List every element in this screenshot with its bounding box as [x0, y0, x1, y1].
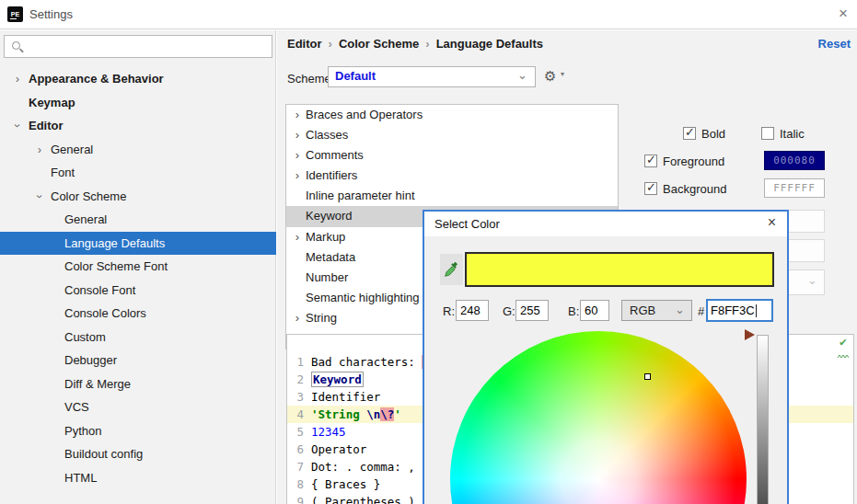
sidebar-item-label: Python: [64, 424, 101, 438]
chevron-right-icon[interactable]: ›: [292, 308, 303, 328]
blue-input[interactable]: [580, 300, 609, 321]
dialog-title: Select Color: [434, 217, 500, 231]
window-close-icon[interactable]: ×: [839, 5, 848, 23]
element-item-label: Braces and Operators: [306, 108, 423, 121]
hash-label: #: [698, 304, 704, 318]
gear-icon[interactable]: ⚙: [544, 68, 556, 85]
chevron-right-icon[interactable]: ›: [12, 67, 23, 91]
scheme-dropdown[interactable]: Default ⌄: [328, 66, 536, 87]
sidebar-item-language-defaults[interactable]: Language Defaults: [0, 232, 276, 256]
breadcrumb-color-scheme[interactable]: Color Scheme: [339, 37, 419, 51]
sidebar-item-label: Diff & Merge: [64, 377, 131, 391]
dialog-close-icon[interactable]: ×: [768, 214, 776, 231]
sidebar-item-debugger[interactable]: Debugger: [0, 349, 276, 372]
sidebar-item-label: Appearance & Behavior: [29, 72, 164, 86]
select-color-dialog: Select Color × R: G: B: RGB ⌄ #: [423, 210, 789, 504]
sidebar-item-label: Custom: [64, 330, 106, 344]
chevron-down-icon[interactable]: ›: [6, 120, 29, 132]
sidebar-item-color-scheme[interactable]: ›Color Scheme: [0, 185, 276, 209]
sidebar-item-label: Console Font: [64, 283, 135, 297]
sidebar-item-keymap[interactable]: Keymap: [0, 91, 276, 115]
brightness-slider[interactable]: [757, 335, 769, 504]
hex-input[interactable]: [711, 302, 766, 319]
sidebar-item-label: Color Scheme Font: [64, 259, 168, 273]
sidebar-item-appearance-behavior[interactable]: ›Appearance & Behavior: [0, 67, 276, 91]
sidebar-item-buildout-config[interactable]: Buildout config: [0, 442, 276, 466]
chevron-down-icon: ⌄: [807, 273, 817, 287]
sidebar-item-label: Buildout config: [64, 447, 143, 461]
red-input[interactable]: [456, 300, 489, 321]
selected-color-preview: [465, 252, 774, 287]
gear-dropdown-caret-icon: ▾: [561, 70, 564, 78]
background-checkbox[interactable]: [644, 182, 657, 195]
sidebar-search-box[interactable]: [4, 35, 272, 58]
sidebar-item-general[interactable]: ›General: [0, 138, 276, 162]
breadcrumb-separator: ›: [329, 37, 332, 51]
sidebar-item-label: Color Scheme: [51, 189, 126, 203]
sidebar-item-label: Debugger: [64, 353, 117, 367]
pycharm-edu-logo-icon: PE: [7, 6, 23, 22]
window-titlebar: PE Settings ×: [0, 0, 857, 29]
sidebar-item-vcs[interactable]: VCS: [0, 395, 276, 419]
element-item-label: Metadata: [306, 250, 355, 264]
color-mode-dropdown[interactable]: RGB ⌄: [621, 300, 692, 321]
chevron-right-icon[interactable]: ›: [292, 145, 303, 166]
element-item-label: Inline parameter hint: [306, 189, 415, 202]
element-item-identifiers[interactable]: ›Identifiers: [286, 166, 618, 186]
sidebar-item-label: Keymap: [29, 96, 75, 109]
element-item-comments[interactable]: ›Comments: [286, 145, 618, 166]
breadcrumb-language-defaults: Language Defaults: [436, 37, 543, 51]
reset-link[interactable]: Reset: [818, 37, 851, 51]
eyedropper-button[interactable]: [440, 254, 463, 285]
element-item-braces-and-operators[interactable]: ›Braces and Operators: [286, 105, 618, 125]
sidebar-item-console-font[interactable]: Console Font: [0, 279, 276, 303]
sidebar-item-python[interactable]: Python: [0, 419, 276, 443]
background-label: Background: [663, 182, 726, 196]
bold-checkbox[interactable]: [683, 127, 696, 140]
chevron-down-icon: ⌄: [675, 303, 685, 316]
sidebar-item-html[interactable]: HTML: [0, 466, 276, 490]
search-icon: [12, 41, 20, 50]
breadcrumb: Editor›Color Scheme›Language Defaults: [287, 37, 543, 51]
sidebar-item-color-scheme-font[interactable]: Color Scheme Font: [0, 255, 276, 279]
element-item-label: Keyword: [306, 209, 353, 223]
sidebar-item-console-colors[interactable]: Console Colors: [0, 302, 276, 326]
sidebar-item-color-scheme-general[interactable]: General: [0, 208, 276, 232]
sidebar-item-label: VCS: [64, 400, 89, 414]
breadcrumb-editor[interactable]: Editor: [287, 37, 322, 51]
settings-sidebar: ›Appearance & Behavior Keymap ›Editor ›G…: [0, 30, 276, 504]
red-label: R:: [443, 304, 455, 318]
element-item-inline-parameter-hint[interactable]: Inline parameter hint: [286, 186, 618, 206]
chevron-down-icon[interactable]: ›: [28, 190, 52, 201]
brightness-slider-arrow[interactable]: [745, 329, 755, 340]
chevron-right-icon[interactable]: ›: [34, 138, 45, 162]
background-color-swatch[interactable]: FFFFFF: [764, 178, 825, 198]
foreground-color-swatch[interactable]: 000080: [764, 151, 825, 170]
search-input[interactable]: [27, 37, 268, 56]
color-wheel[interactable]: [450, 331, 747, 504]
window-title: Settings: [29, 7, 73, 21]
sidebar-item-label: Font: [51, 166, 75, 179]
element-item-label: Markup: [306, 230, 345, 244]
element-item-label: Comments: [306, 148, 364, 162]
italic-checkbox[interactable]: [761, 127, 774, 140]
sidebar-item-diff-merge[interactable]: Diff & Merge: [0, 372, 276, 396]
chevron-right-icon[interactable]: ›: [292, 105, 303, 125]
hex-input-wrap: [706, 299, 773, 322]
chevron-right-icon[interactable]: ›: [292, 166, 303, 186]
inspection-ok-icon: ✔: [838, 337, 849, 361]
element-item-label: Number: [306, 270, 348, 284]
foreground-checkbox[interactable]: [644, 155, 657, 167]
chevron-right-icon[interactable]: ›: [292, 125, 303, 145]
blue-label: B:: [568, 304, 579, 318]
green-input[interactable]: [515, 300, 549, 321]
element-item-label: Identifiers: [306, 168, 357, 182]
element-item-classes[interactable]: ›Classes: [286, 125, 618, 145]
sidebar-item-font[interactable]: Font: [0, 161, 276, 185]
chevron-right-icon[interactable]: ›: [292, 227, 303, 247]
breadcrumb-separator: ›: [425, 37, 429, 51]
sidebar-item-custom[interactable]: Custom: [0, 326, 276, 349]
sidebar-item-editor[interactable]: ›Editor: [0, 114, 276, 138]
color-wheel-marker[interactable]: [644, 373, 651, 380]
element-item-label: Semantic highlighting: [306, 291, 420, 304]
